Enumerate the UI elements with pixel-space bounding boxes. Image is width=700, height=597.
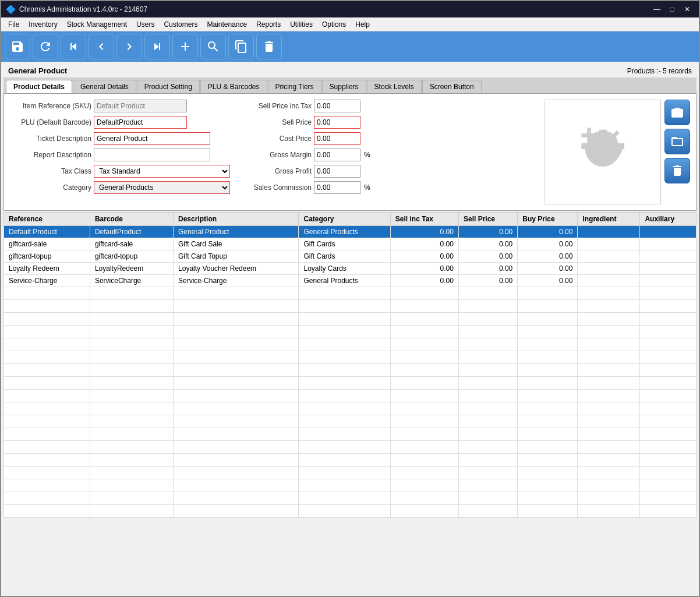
cell-sell-inc-tax: 0.00 <box>390 238 458 250</box>
table-row-empty <box>4 441 697 454</box>
menu-options[interactable]: Options <box>317 17 351 31</box>
tab-stock-levels[interactable]: Stock Levels <box>367 80 422 93</box>
titlebar: 🔷 Chromis Administration v1.4.0rc - 2146… <box>1 1 699 17</box>
cell-buy-price: 0.00 <box>518 263 578 275</box>
left-fields: Item Reference (SKU) PLU (Default Barcod… <box>10 100 230 197</box>
cell-barcode: ServiceCharge <box>90 275 173 287</box>
cost-price-label: Cost Price <box>248 135 312 143</box>
sales-commission-percent: % <box>364 183 370 192</box>
delete-button[interactable] <box>256 34 282 59</box>
minimize-button[interactable]: — <box>650 3 664 15</box>
plu-input[interactable] <box>94 116 187 129</box>
menu-users[interactable]: Users <box>132 17 159 31</box>
sell-price-inc-tax-input[interactable] <box>314 100 360 112</box>
form-left: Item Reference (SKU) PLU (Default Barcod… <box>10 100 539 204</box>
cell-description: Loyalty Voucher Redeem <box>174 263 299 275</box>
table-row-empty <box>4 287 697 300</box>
cell-buy-price: 0.00 <box>518 238 578 250</box>
tab-plu-barcodes[interactable]: PLU & Barcodes <box>200 80 267 93</box>
col-barcode: Barcode <box>90 213 173 226</box>
cell-description: Service-Charge <box>174 275 299 287</box>
cell-sell-price: 0.00 <box>458 238 517 250</box>
first-button[interactable] <box>61 34 86 59</box>
table-row-empty <box>4 492 697 505</box>
cell-reference: Default Product <box>4 226 90 238</box>
cell-reference: giftcard-topup <box>4 250 90 263</box>
table-row-empty <box>4 364 697 377</box>
next-button[interactable] <box>116 34 142 59</box>
last-button[interactable] <box>144 34 170 59</box>
table-row[interactable]: giftcard-sale giftcard-sale Gift Card Sa… <box>4 238 697 250</box>
table-row[interactable]: Default Product DefaultProduct General P… <box>4 226 697 238</box>
cell-barcode: giftcard-topup <box>90 250 173 263</box>
delete-photo-button[interactable] <box>664 158 690 183</box>
cell-ingredient <box>578 275 640 287</box>
cell-sell-price: 0.00 <box>458 226 517 238</box>
menu-inventory[interactable]: Inventory <box>24 17 62 31</box>
tab-general-details[interactable]: General Details <box>73 80 136 93</box>
table-row[interactable]: Loyalty Redeem LoyaltyRedeem Loyalty Vou… <box>4 263 697 275</box>
sales-commission-label: Sales Commission <box>248 183 312 192</box>
menu-reports[interactable]: Reports <box>252 17 285 31</box>
col-ingredient: Ingredient <box>578 213 640 226</box>
table-row-empty <box>4 313 697 326</box>
cell-auxiliary <box>640 263 697 275</box>
tab-pricing-tiers[interactable]: Pricing Tiers <box>268 80 321 93</box>
close-button[interactable]: ✕ <box>680 3 694 15</box>
report-desc-label: Report Description <box>10 151 91 159</box>
maximize-button[interactable]: □ <box>665 3 679 15</box>
cell-barcode: giftcard-sale <box>90 238 173 250</box>
gross-profit-input[interactable] <box>314 165 360 178</box>
search-button[interactable] <box>200 34 226 59</box>
table-row[interactable]: giftcard-topup giftcard-topup Gift Card … <box>4 250 697 263</box>
ticket-desc-label: Ticket Description <box>10 135 91 143</box>
add-button[interactable] <box>172 34 198 59</box>
save-button[interactable] <box>5 34 30 59</box>
col-category: Category <box>299 213 390 226</box>
tab-product-setting[interactable]: Product Setting <box>137 80 200 93</box>
cell-ingredient <box>578 238 640 250</box>
camera-button[interactable] <box>664 100 690 125</box>
cell-ingredient <box>578 226 640 238</box>
menu-file[interactable]: File <box>3 17 24 31</box>
photo-actions <box>664 100 690 204</box>
report-desc-input[interactable] <box>94 149 210 161</box>
item-reference-input[interactable] <box>94 100 187 112</box>
tax-class-label: Tax Class <box>10 167 91 175</box>
gross-margin-input[interactable] <box>314 149 360 161</box>
sales-commission-input[interactable] <box>314 181 360 194</box>
sell-price-input[interactable] <box>314 116 360 129</box>
cell-category: Loyalty Cards <box>299 263 390 275</box>
refresh-button[interactable] <box>33 34 58 59</box>
tab-suppliers[interactable]: Suppliers <box>322 80 366 93</box>
table-section: Reference Barcode Description Category S… <box>3 212 697 518</box>
window-controls: — □ ✕ <box>650 3 694 15</box>
cell-ingredient <box>578 250 640 263</box>
menu-stock-management[interactable]: Stock Management <box>62 17 132 31</box>
table-row[interactable]: Service-Charge ServiceCharge Service-Cha… <box>4 275 697 287</box>
cell-category: General Products <box>299 275 390 287</box>
menu-utilities[interactable]: Utilities <box>285 17 317 31</box>
menu-help[interactable]: Help <box>351 17 374 31</box>
cost-price-input[interactable] <box>314 132 360 145</box>
cell-buy-price: 0.00 <box>518 250 578 263</box>
records-info: Products :- 5 records <box>627 67 692 75</box>
col-description: Description <box>174 213 299 226</box>
table-row-empty <box>4 428 697 441</box>
cell-sell-price: 0.00 <box>458 275 517 287</box>
tab-product-details[interactable]: Product Details <box>6 80 72 93</box>
cell-auxiliary <box>640 238 697 250</box>
menu-maintenance[interactable]: Maintenance <box>202 17 252 31</box>
tax-class-select[interactable]: Tax Standard <box>94 165 230 178</box>
tab-screen-button[interactable]: Screen Button <box>422 80 482 93</box>
menubar: File Inventory Stock Management Users Cu… <box>1 17 699 31</box>
menu-customers[interactable]: Customers <box>159 17 202 31</box>
table-row-empty <box>4 300 697 313</box>
duplicate-button[interactable] <box>228 34 254 59</box>
load-photo-button[interactable] <box>664 129 690 154</box>
ticket-desc-input[interactable] <box>94 132 210 145</box>
category-select[interactable]: General Products <box>94 181 230 194</box>
prev-button[interactable] <box>89 34 114 59</box>
cell-sell-price: 0.00 <box>458 263 517 275</box>
right-fields: Sell Price inc Tax Sell Price Cost Price <box>248 100 370 197</box>
